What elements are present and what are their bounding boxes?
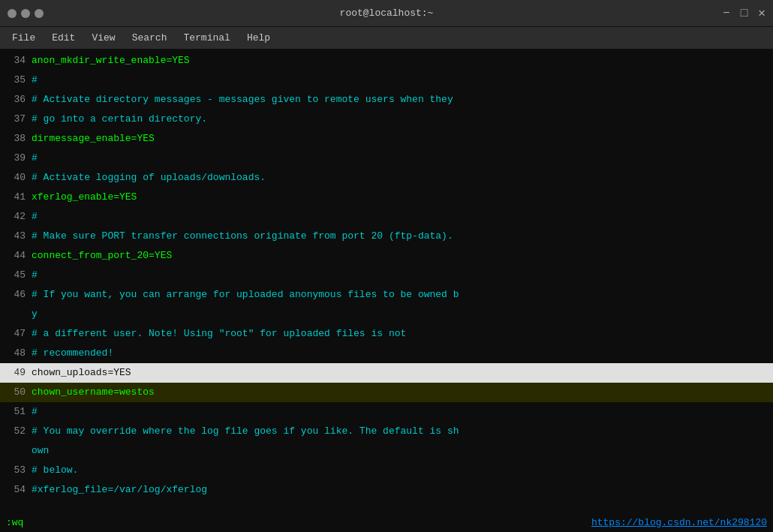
line-content-54: #xferlog_file=/var/log/xferlog: [32, 480, 207, 500]
line-content-45: #: [32, 266, 38, 285]
line-content-37: # go into a certain directory.: [32, 110, 207, 129]
line-number-50: 50: [0, 383, 32, 402]
line-35: 35#: [0, 71, 773, 90]
line-number-52: 52: [0, 422, 32, 441]
line-number-39: 39: [0, 149, 32, 168]
window-dot-2: [21, 9, 30, 18]
titlebar-left: [8, 9, 44, 18]
line-content-41: xferlog_enable=YES: [32, 188, 137, 207]
menubar-item-help[interactable]: Help: [239, 29, 278, 47]
status-url: https://blog.csdn.net/nk298120: [591, 517, 767, 528]
line-wrap-46: y: [0, 305, 773, 324]
line-49: 49chown_uploads=YES: [0, 363, 773, 383]
line-number-41: 41: [0, 188, 32, 207]
line-50: 50chown_username=westos: [0, 383, 773, 402]
window-title: root@localhost:~: [340, 8, 434, 19]
line-43: 43# Make sure PORT transfer connections …: [0, 227, 773, 246]
window-dot-1: [8, 9, 17, 18]
line-44: 44connect_from_port_20=YES: [0, 246, 773, 266]
line-content-47: # a different user. Note! Using "root" f…: [32, 324, 406, 344]
line-content-44: connect_from_port_20=YES: [32, 246, 172, 266]
line-content-52: # You may override where the log file go…: [32, 422, 459, 441]
line-38: 38dirmessage_enable=YES: [0, 129, 773, 149]
line-37: 37# go into a certain directory.: [0, 110, 773, 129]
window-controls: − □ ✕: [723, 8, 765, 20]
line-number-54: 54: [0, 480, 32, 500]
line-48: 48# recommended!: [0, 344, 773, 363]
line-number-44: 44: [0, 246, 32, 266]
line-number-40: 40: [0, 168, 32, 188]
terminal-area: 34anon_mkdir_write_enable=YES35#36# Acti…: [0, 50, 773, 532]
vim-command: :wq: [6, 517, 23, 528]
line-content-51: #: [32, 402, 38, 422]
line-number-38: 38: [0, 129, 32, 149]
line-number-47: 47: [0, 324, 32, 344]
line-42: 42#: [0, 207, 773, 227]
line-number-45: 45: [0, 266, 32, 285]
minimize-button[interactable]: −: [723, 8, 730, 20]
line-number-53: 53: [0, 461, 32, 480]
line-content-40: # Activate logging of uploads/downloads.: [32, 168, 266, 188]
line-number-35: 35: [0, 71, 32, 90]
line-36: 36# Activate directory messages - messag…: [0, 90, 773, 110]
line-content-53: # below.: [32, 461, 78, 480]
line-content-34: anon_mkdir_write_enable=YES: [32, 51, 190, 71]
line-content-46: # If you want, you can arrange for uploa…: [32, 285, 459, 305]
line-number-48: 48: [0, 344, 32, 363]
line-34: 34anon_mkdir_write_enable=YES: [0, 51, 773, 71]
line-content-50: chown_username=westos: [32, 383, 155, 402]
menubar-item-file[interactable]: File: [5, 29, 43, 47]
line-content-42: #: [32, 207, 38, 227]
window-dot-3: [35, 9, 44, 18]
line-content-38: dirmessage_enable=YES: [32, 129, 155, 149]
menubar: FileEditViewSearchTerminalHelp: [0, 27, 773, 50]
line-47: 47# a different user. Note! Using "root"…: [0, 324, 773, 344]
statusbar: :wq https://blog.csdn.net/nk298120: [0, 512, 773, 532]
line-45: 45#: [0, 266, 773, 285]
line-wrap-52: own: [0, 441, 773, 461]
line-number-46: 46: [0, 285, 32, 305]
line-46: 46# If you want, you can arrange for upl…: [0, 285, 773, 305]
line-53: 53# below.: [0, 461, 773, 480]
line-content-35: #: [32, 71, 38, 90]
line-content-43: # Make sure PORT transfer connections or…: [32, 227, 453, 246]
line-51: 51#: [0, 402, 773, 422]
titlebar: root@localhost:~ − □ ✕: [0, 0, 773, 27]
code-content: 34anon_mkdir_write_enable=YES35#36# Acti…: [0, 50, 773, 532]
line-52: 52# You may override where the log file …: [0, 422, 773, 441]
close-button[interactable]: ✕: [758, 8, 765, 20]
line-content-48: # recommended!: [32, 344, 113, 363]
line-number-37: 37: [0, 110, 32, 129]
menubar-item-search[interactable]: Search: [125, 29, 175, 47]
line-number-36: 36: [0, 90, 32, 110]
maximize-button[interactable]: □: [741, 8, 748, 20]
line-40: 40# Activate logging of uploads/download…: [0, 168, 773, 188]
line-content-39: #: [32, 149, 38, 168]
line-41: 41xferlog_enable=YES: [0, 188, 773, 207]
line-wrap-content-46: y: [32, 305, 38, 324]
line-54: 54#xferlog_file=/var/log/xferlog: [0, 480, 773, 500]
line-number-51: 51: [0, 402, 32, 422]
menubar-item-terminal[interactable]: Terminal: [176, 29, 237, 47]
menubar-item-view[interactable]: View: [84, 29, 122, 47]
line-number-49: 49: [0, 363, 32, 383]
line-number-43: 43: [0, 227, 32, 246]
menubar-item-edit[interactable]: Edit: [44, 29, 83, 47]
line-number-42: 42: [0, 207, 32, 227]
line-content-49: chown_uploads=YES: [32, 363, 131, 383]
line-wrap-content-52: own: [32, 441, 49, 461]
line-number-34: 34: [0, 51, 32, 71]
line-content-36: # Activate directory messages - messages…: [32, 90, 453, 110]
line-39: 39#: [0, 149, 773, 168]
